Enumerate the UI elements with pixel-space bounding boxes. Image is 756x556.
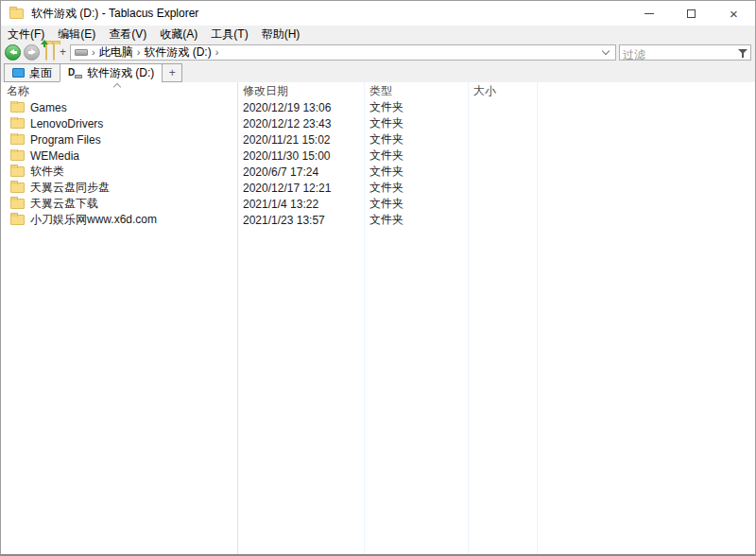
tab-drive-d[interactable]: D 软件游戏 (D:) — [60, 63, 163, 82]
breadcrumb-separator: › — [215, 46, 219, 58]
folder-icon — [10, 199, 25, 209]
menu-bar: 文件(F) 编辑(E) 查看(V) 收藏(A) 工具(T) 帮助(H) — [1, 26, 755, 43]
file-name: Games — [30, 101, 67, 114]
file-date: 2021/1/4 13:22 — [237, 198, 364, 211]
folder-up-icon — [45, 43, 47, 61]
new-tab-button[interactable]: + — [162, 63, 182, 82]
drive-icon — [75, 49, 88, 56]
file-type: 文件夹 — [364, 148, 468, 164]
table-row[interactable]: WEMedia 2020/11/30 15:00 文件夹 — [1, 148, 755, 164]
minimize-button[interactable] — [627, 1, 670, 26]
folder-icon — [10, 102, 25, 113]
table-row[interactable]: 天翼云盘下载 2021/1/4 13:22 文件夹 — [1, 196, 755, 212]
filter-input[interactable] — [620, 47, 750, 61]
file-type: 文件夹 — [364, 115, 468, 131]
folder-icon — [53, 43, 55, 61]
table-row[interactable]: LenovoDrivers 2020/12/12 23:43 文件夹 — [1, 115, 755, 131]
desktop-icon — [12, 68, 25, 78]
tab-drive-d-label: 软件游戏 (D:) — [87, 65, 154, 81]
menu-help[interactable]: 帮助(H) — [262, 26, 307, 43]
window-controls: × — [627, 1, 755, 26]
add-button[interactable]: + — [60, 45, 66, 59]
file-date: 2020/11/21 15:02 — [237, 133, 364, 147]
file-name: 天翼云盘下载 — [30, 196, 98, 212]
file-date: 2020/12/12 23:43 — [237, 117, 364, 130]
folder-icon — [10, 118, 25, 129]
folder-icon — [10, 134, 25, 145]
file-type: 文件夹 — [364, 131, 468, 148]
new-folder-button[interactable] — [53, 43, 55, 61]
address-bar[interactable]: › 此电脑 › 软件游戏 (D:) › — [70, 44, 616, 61]
back-arrow-icon — [9, 49, 17, 55]
file-name: Program Files — [30, 133, 101, 147]
menu-edit[interactable]: 编辑(E) — [58, 26, 102, 43]
folder-icon — [10, 150, 25, 161]
app-folder-icon — [9, 9, 24, 19]
file-name: 软件类 — [30, 164, 64, 180]
close-icon: × — [730, 7, 738, 21]
file-list-panel: 名称 修改日期 类型 大小 Games 2020/12/19 13:06 文件夹… — [1, 82, 755, 554]
file-name: 小刀娱乐网www.x6d.com — [30, 212, 157, 228]
address-dropdown-icon[interactable] — [602, 46, 610, 54]
app-window: 软件游戏 (D:) - Tablacus Explorer × 文件(F) 编辑… — [0, 0, 756, 556]
back-button[interactable] — [5, 44, 21, 61]
file-type: 文件夹 — [364, 99, 468, 115]
file-date: 2020/12/19 13:06 — [237, 101, 364, 114]
folder-icon — [10, 215, 25, 225]
file-type: 文件夹 — [364, 180, 468, 196]
window-title: 软件游戏 (D:) - Tablacus Explorer — [31, 6, 198, 22]
tab-desktop-label: 桌面 — [29, 65, 52, 81]
list-header: 名称 修改日期 类型 大小 — [1, 82, 755, 99]
file-rows: Games 2020/12/19 13:06 文件夹 LenovoDrivers… — [1, 99, 755, 228]
table-row[interactable]: Program Files 2020/11/21 15:02 文件夹 — [1, 131, 755, 148]
minimize-icon — [644, 13, 654, 14]
file-name: LenovoDrivers — [30, 117, 103, 130]
file-name: 天翼云盘同步盘 — [30, 180, 110, 196]
breadcrumb-separator: › — [92, 46, 95, 58]
menu-tools[interactable]: 工具(T) — [211, 26, 254, 43]
table-row[interactable]: 软件类 2020/6/7 17:24 文件夹 — [1, 164, 755, 180]
up-folder-button[interactable] — [45, 43, 47, 61]
breadcrumb-separator: › — [137, 46, 141, 58]
forward-button[interactable] — [24, 44, 40, 61]
close-button[interactable]: × — [713, 1, 755, 26]
maximize-button[interactable] — [670, 1, 713, 26]
tab-bar: 桌面 D 软件游戏 (D:) + — [1, 61, 755, 82]
table-row[interactable]: 小刀娱乐网www.x6d.com 2021/1/23 13:57 文件夹 — [1, 212, 755, 228]
forward-arrow-icon — [28, 49, 36, 55]
file-type: 文件夹 — [364, 212, 468, 228]
file-type: 文件夹 — [364, 164, 468, 180]
filter-funnel-icon — [738, 49, 747, 54]
file-date: 2021/1/23 13:57 — [237, 214, 364, 227]
breadcrumb-drive-d[interactable]: 软件游戏 (D:) — [144, 44, 211, 61]
file-type: 文件夹 — [364, 196, 468, 212]
column-header-type[interactable]: 类型 — [364, 82, 468, 99]
column-header-date[interactable]: 修改日期 — [237, 82, 364, 99]
folder-icon — [10, 166, 25, 177]
drive-d-icon: D — [68, 67, 82, 79]
file-date: 2020/12/17 12:21 — [237, 182, 364, 195]
filter-box — [619, 44, 751, 61]
table-row[interactable]: Games 2020/12/19 13:06 文件夹 — [1, 99, 755, 115]
table-row[interactable]: 天翼云盘同步盘 2020/12/17 12:21 文件夹 — [1, 180, 755, 196]
column-header-size[interactable]: 大小 — [468, 82, 537, 99]
menu-view[interactable]: 查看(V) — [109, 26, 153, 43]
menu-favorites[interactable]: 收藏(A) — [160, 26, 204, 43]
maximize-icon — [687, 9, 696, 18]
tab-desktop[interactable]: 桌面 — [4, 63, 60, 82]
breadcrumb-this-pc[interactable]: 此电脑 — [99, 44, 133, 61]
new-tab-label: + — [169, 66, 176, 79]
toolbar: + › 此电脑 › 软件游戏 (D:) › — [1, 43, 755, 61]
file-name: WEMedia — [30, 149, 79, 163]
title-bar: 软件游戏 (D:) - Tablacus Explorer × — [1, 1, 755, 26]
file-date: 2020/11/30 15:00 — [237, 149, 364, 163]
file-date: 2020/6/7 17:24 — [237, 165, 364, 179]
folder-icon — [10, 182, 25, 193]
